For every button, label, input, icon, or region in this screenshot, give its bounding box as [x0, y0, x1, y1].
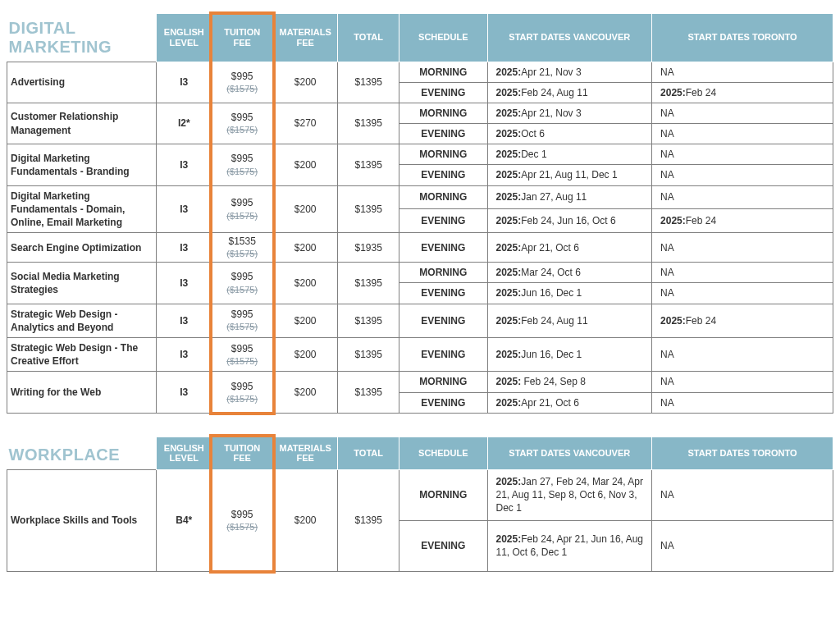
total-fee-cell: $1395 [338, 62, 399, 103]
tuition-fee-cell: $1535($1575) [212, 233, 273, 263]
year-label: 2025: [496, 315, 522, 327]
start-dates-toronto-cell: NA [652, 283, 833, 304]
tuition-fee-cell: $995($1575) [212, 337, 273, 371]
table-row: Customer Relationship ManagementI2*$995(… [7, 103, 833, 123]
year-label: 2025: [496, 128, 522, 139]
start-dates-toronto-cell: NA [652, 372, 833, 392]
date-list: Jan 27, Aug 11 [521, 191, 587, 203]
table-row: Writing for the WebI3$995($1575)$200$139… [7, 372, 833, 392]
start-dates-toronto-cell: 2025:Feb 24 [652, 209, 833, 233]
date-list: NA [660, 107, 674, 119]
schedule-cell: EVENING [399, 165, 487, 185]
start-dates-vancouver-cell: 2025:Feb 24, Apr 21, Jun 16, Aug 11, Oct… [487, 520, 652, 571]
year-label: 2025: [496, 107, 522, 119]
english-level-cell: I3 [157, 372, 212, 413]
tuition-original-price: ($1575) [213, 83, 271, 95]
schedule-cell: MORNING [399, 372, 487, 392]
schedule-cell: MORNING [399, 263, 487, 283]
tuition-fee-cell: $995($1575) [212, 263, 273, 304]
date-list: NA [660, 540, 674, 551]
column-header: TUITION FEE [212, 14, 273, 62]
start-dates-vancouver-cell: 2025:Jan 27, Feb 24, Mar 24, Apr 21, Aug… [487, 469, 652, 520]
date-list: Feb 24 [686, 315, 716, 327]
course-name-cell: Digital Marketing Fundamentals - Brandin… [7, 144, 157, 185]
pricing-table: DIGITAL MARKETINGENGLISH LEVELTUITION FE… [7, 13, 833, 414]
start-dates-toronto-cell: 2025:Feb 24 [652, 82, 833, 103]
english-level-cell: I3 [157, 185, 212, 233]
start-dates-toronto-cell: NA [652, 263, 833, 283]
total-fee-cell: $1395 [338, 304, 399, 337]
tuition-price: $995 [213, 342, 271, 355]
tuition-price: $995 [213, 308, 271, 321]
course-name-cell: Customer Relationship Management [7, 103, 157, 144]
pricing-table: WORKPLACEENGLISH LEVELTUITION FEEMATERIA… [7, 437, 833, 572]
table-row: Workplace Skills and ToolsB4*$995($1575)… [7, 469, 833, 520]
schedule-cell: EVENING [399, 337, 487, 371]
course-name-cell: Strategic Web Design - The Creative Effo… [7, 337, 157, 371]
date-list: Apr 21, Nov 3 [521, 107, 581, 119]
total-fee-cell: $1395 [338, 372, 399, 413]
english-level-cell: I3 [157, 144, 212, 185]
course-name-cell: Strategic Web Design - Analytics and Bey… [7, 304, 157, 337]
year-label: 2025: [496, 215, 522, 226]
tuition-original-price: ($1575) [213, 210, 271, 222]
start-dates-toronto-cell: NA [652, 62, 833, 82]
year-label: 2025: [496, 169, 522, 181]
date-list: Feb 24 [686, 87, 716, 98]
total-fee-cell: $1395 [338, 185, 399, 233]
course-name-cell: Search Engine Optimization [7, 233, 157, 263]
date-list: Jun 16, Dec 1 [521, 349, 582, 360]
tuition-fee-cell: $995($1575) [212, 469, 273, 571]
table-row: Social Media Marketing StrategiesI3$995(… [7, 263, 833, 283]
year-label: 2025: [496, 476, 522, 487]
year-label: 2025: [496, 87, 522, 98]
date-list: Apr 21, Oct 6 [521, 397, 579, 409]
year-label: 2025: [496, 242, 522, 254]
schedule-cell: EVENING [399, 233, 487, 263]
schedule-cell: EVENING [399, 304, 487, 337]
date-list: NA [660, 191, 674, 203]
start-dates-vancouver-cell: 2025:Mar 24, Oct 6 [487, 263, 652, 283]
date-list: Apr 21, Aug 11, Dec 1 [521, 169, 617, 181]
tuition-price: $995 [213, 380, 271, 393]
date-list: NA [660, 267, 674, 278]
course-name-cell: Advertising [7, 62, 157, 103]
pricing-section: DIGITAL MARKETINGENGLISH LEVELTUITION FE… [7, 13, 833, 414]
english-level-cell: I3 [157, 233, 212, 263]
start-dates-toronto-cell: 2025:Feb 24 [652, 304, 833, 337]
start-dates-toronto-cell: NA [652, 165, 833, 185]
column-header: MATERIALS FEE [273, 14, 338, 62]
date-list: NA [660, 287, 674, 299]
start-dates-vancouver-cell: 2025:Feb 24, Aug 11 [487, 82, 652, 103]
date-list: NA [660, 242, 674, 254]
date-list: Mar 24, Oct 6 [521, 267, 581, 278]
year-label: 2025: [496, 191, 522, 203]
tuition-price: $995 [213, 111, 271, 124]
english-level-cell: I3 [157, 263, 212, 304]
materials-fee-cell: $200 [273, 144, 338, 185]
date-list: Oct 6 [521, 128, 545, 139]
total-fee-cell: $1395 [338, 144, 399, 185]
tuition-fee-cell: $995($1575) [212, 62, 273, 103]
date-list: NA [660, 397, 674, 409]
column-header: SCHEDULE [399, 14, 487, 62]
course-name-cell: Workplace Skills and Tools [7, 469, 157, 571]
tuition-price: $995 [213, 270, 271, 283]
schedule-cell: MORNING [399, 185, 487, 209]
tuition-fee-cell: $995($1575) [212, 103, 273, 144]
english-level-cell: I2* [157, 103, 212, 144]
date-list: NA [660, 376, 674, 387]
schedule-cell: EVENING [399, 283, 487, 304]
tuition-fee-cell: $995($1575) [212, 372, 273, 413]
materials-fee-cell: $200 [273, 337, 338, 371]
start-dates-vancouver-cell: 2025:Apr 21, Aug 11, Dec 1 [487, 165, 652, 185]
start-dates-toronto-cell: NA [652, 185, 833, 209]
total-fee-cell: $1395 [338, 103, 399, 144]
start-dates-vancouver-cell: 2025:Jun 16, Dec 1 [487, 337, 652, 371]
date-list: Apr 21, Oct 6 [521, 242, 579, 254]
tuition-fee-cell: $995($1575) [212, 144, 273, 185]
column-header: TOTAL [338, 14, 399, 62]
tuition-original-price: ($1575) [213, 355, 271, 368]
tuition-original-price: ($1575) [213, 321, 271, 333]
date-list: Feb 24, Aug 11 [521, 87, 587, 98]
